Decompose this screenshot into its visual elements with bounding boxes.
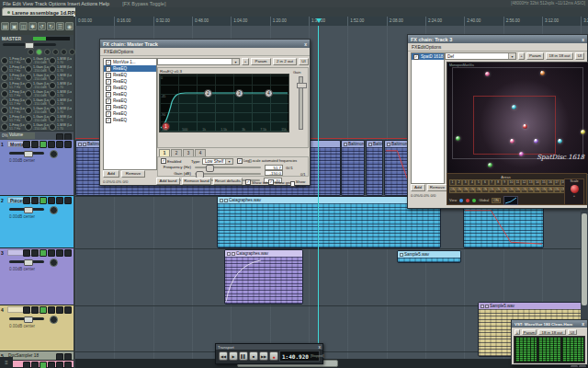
render-icon[interactable]: ☰	[56, 22, 64, 30]
fx-param-knob[interactable]	[49, 65, 56, 73]
fx-plugin-row[interactable]: ✓ReaEQ	[104, 72, 156, 78]
area-cell[interactable]: 4ON	[469, 179, 475, 193]
item-fx-icon[interactable]	[224, 199, 228, 202]
timeline-ruler[interactable]: 0:00.000:16.000:32.000:48.001:04.001:20.…	[75, 17, 588, 26]
sound-source-sphere[interactable]	[485, 72, 490, 76]
fx-param-knob[interactable]	[49, 82, 56, 89]
track-mute-button[interactable]	[31, 362, 39, 368]
fx-enable-checkbox[interactable]: ✓	[106, 105, 111, 110]
track-io-button[interactable]	[64, 306, 72, 314]
scale-sphere[interactable]	[571, 185, 579, 193]
fx-param-knob[interactable]	[1, 90, 8, 98]
checkbox-icon[interactable]: ✓	[268, 179, 274, 185]
media-item[interactable]: Baltimore.wav	[366, 140, 383, 196]
eq-enabled-checkbox[interactable]: ✓Enabled	[161, 158, 181, 164]
eq-show-grid-checkbox[interactable]: ✓Show grid	[268, 179, 292, 185]
menu-item[interactable]: Edit	[12, 1, 20, 6]
area-cell[interactable]: 3ON	[462, 179, 469, 193]
track-panel-1[interactable]: 1 Montage 0.00dB center	[0, 140, 74, 196]
area-on-toggle[interactable]: ON	[489, 187, 495, 193]
track-recarm-button[interactable]	[23, 197, 30, 204]
track-volume-handle[interactable]	[24, 207, 33, 213]
media-item[interactable]: Sample5.wav	[397, 250, 461, 263]
sound-source-sphere[interactable]	[540, 71, 545, 75]
view-green-dot[interactable]	[472, 199, 476, 202]
master-volume-handle[interactable]	[25, 42, 34, 49]
fx-preset-plus-button[interactable]: +	[242, 58, 249, 65]
media-item[interactable]: Catagraphes.wav	[224, 249, 303, 305]
item-lock-icon[interactable]	[368, 143, 372, 146]
fx-menu-item[interactable]: Edit	[417, 44, 425, 50]
eq-output-gain-slider[interactable]	[299, 76, 303, 130]
fx-param-knob[interactable]	[1, 98, 8, 106]
vertical-scrollbar-handle[interactable]	[582, 213, 587, 305]
track-panel-2[interactable]: 2 Pièces 0.00dB center	[0, 196, 74, 248]
fx-param-knob[interactable]	[1, 57, 8, 64]
track-env-button[interactable]	[56, 306, 63, 314]
fx-plugin-row[interactable]: ✓ReaEQ	[104, 65, 156, 72]
menu-item[interactable]: Track	[35, 1, 48, 6]
stop-button[interactable]: ■	[249, 351, 258, 361]
master-volume-slider[interactable]	[3, 43, 56, 46]
track-pan-knob[interactable]	[50, 316, 58, 324]
eq-show-phase-checkbox[interactable]: Show phase	[290, 179, 311, 189]
scale-panel[interactable]: Scale +	[564, 178, 584, 205]
eq-frequency-slider[interactable]	[195, 167, 261, 168]
go-to-end-button[interactable]: ▶▶	[259, 351, 268, 361]
track-solo-button[interactable]	[64, 353, 72, 361]
eq-type-combo[interactable]: Low Shelf▾	[202, 158, 233, 165]
fx-ui-button[interactable]: UI	[575, 52, 584, 60]
fx-enable-checkbox[interactable]: ✓	[106, 73, 111, 78]
item-lock-icon[interactable]	[400, 253, 403, 257]
chevron-down-icon[interactable]: ▾	[232, 59, 239, 64]
fx-plugin-row[interactable]: ✓SpatD 1618	[412, 53, 444, 60]
fx-plugin-row[interactable]: ✓ReaEQ	[104, 78, 156, 85]
track-fx-button[interactable]	[48, 249, 55, 257]
window-titlebar[interactable]: FX chain: Track 3 x	[408, 35, 587, 43]
redo-icon[interactable]: ↻	[47, 22, 55, 30]
fx-preset-plus-button[interactable]: +	[514, 329, 520, 335]
master-env-button[interactable]	[52, 49, 59, 55]
item-lock-icon[interactable]	[344, 143, 347, 146]
track-mute-button[interactable]	[31, 249, 39, 257]
area-cell[interactable]: 1ON	[449, 179, 456, 193]
master-fx-button[interactable]	[44, 49, 51, 55]
area-cell[interactable]: 17ON	[554, 179, 560, 193]
menu-item[interactable]: View	[22, 1, 33, 6]
area-on-toggle[interactable]: ON	[527, 187, 534, 193]
area-cell[interactable]: 13ON	[527, 179, 534, 193]
fx-param-knob[interactable]	[25, 74, 32, 81]
eq-band-marker-3[interactable]: 3	[235, 89, 243, 98]
area-on-toggle[interactable]: ON	[540, 187, 547, 193]
fx-ui-button[interactable]: UI	[299, 58, 309, 65]
eq-band-marker-4[interactable]: 4	[265, 89, 273, 98]
transport-titlebar[interactable]: Transport x	[216, 344, 322, 350]
view-blue-dot[interactable]	[459, 199, 463, 202]
checkbox-icon[interactable]: ✓	[237, 158, 243, 164]
fx-param-knob[interactable]	[49, 98, 56, 106]
area-cell[interactable]: 6ON	[481, 179, 488, 193]
eq-band-tab[interactable]: 2	[171, 149, 182, 156]
track-mute-button[interactable]	[56, 353, 63, 361]
eq-gain-handle[interactable]	[297, 83, 307, 88]
eq-logscale-checkbox[interactable]: ✓Log[]-scale automated frequencies	[237, 158, 297, 164]
chevron-down-icon[interactable]: ▾	[225, 159, 232, 164]
sound-source-sphere[interactable]	[488, 163, 492, 167]
microvue-window[interactable]: VST: MicroVue 180 Clean-Ham x + Param 18…	[511, 319, 588, 365]
undo-icon[interactable]: ↺	[38, 22, 46, 30]
area-on-toggle[interactable]: ON	[534, 187, 540, 193]
track-panel-3[interactable]: 3 0.00dB center	[0, 248, 74, 305]
fx-preset-plus-button[interactable]: +	[518, 52, 525, 60]
fx-param-knob[interactable]	[25, 98, 32, 106]
item-lock-icon[interactable]	[481, 305, 484, 308]
sound-source-sphere[interactable]	[519, 152, 524, 156]
track-mute-button[interactable]	[31, 197, 39, 204]
fx-io-button[interactable]: 2 in 2 out	[273, 58, 297, 65]
item-lock-icon[interactable]	[387, 143, 390, 146]
area-cell[interactable]: 10ON	[508, 179, 514, 193]
area-on-toggle[interactable]: ON	[469, 187, 475, 193]
fx-plugin-row[interactable]: ✓ReaEQ	[104, 91, 156, 98]
fx-enable-checkbox[interactable]: ✓	[106, 111, 111, 117]
master-track-panel[interactable]: MASTER 1-Freq (Lo51.7 Hz1-Gain (Lo-150.0…	[0, 35, 74, 141]
track-recarm-button[interactable]	[23, 141, 30, 148]
